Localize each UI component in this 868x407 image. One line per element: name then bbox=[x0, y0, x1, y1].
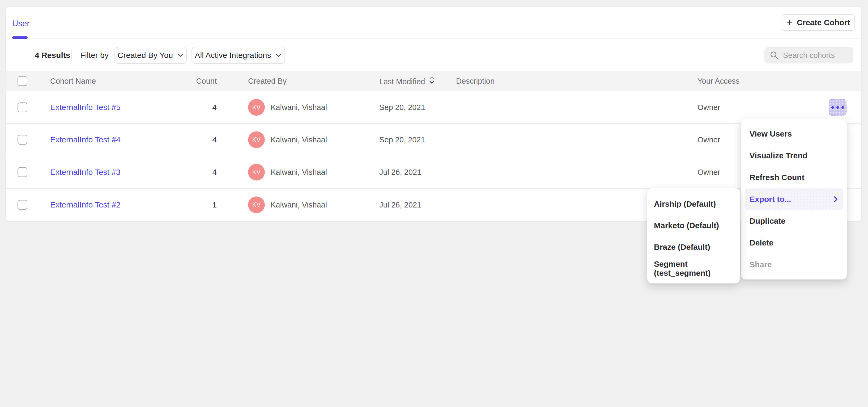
cohort-count: 4 bbox=[179, 103, 217, 112]
submenu-item-braze[interactable]: Braze (Default) bbox=[647, 236, 740, 258]
menu-item-visualize-trend[interactable]: Visualize Trend bbox=[741, 145, 847, 166]
last-modified-date: Sep 20, 2021 bbox=[379, 135, 425, 144]
menu-item-delete[interactable]: Delete bbox=[741, 232, 847, 254]
created-by-name: Kalwani, Vishaal bbox=[271, 168, 327, 177]
cohort-count: 1 bbox=[179, 200, 217, 209]
created-by-filter-value: Created By You bbox=[118, 51, 173, 60]
cohort-name-link[interactable]: ExternalInfo Test #5 bbox=[50, 103, 121, 112]
submenu-item-segment[interactable]: Segment (test_segment) bbox=[647, 258, 740, 279]
create-cohort-button[interactable]: + Create Cohort bbox=[782, 14, 855, 31]
export-submenu: Airship (Default) Marketo (Default) Braz… bbox=[647, 188, 740, 283]
row-checkbox[interactable] bbox=[18, 167, 27, 177]
row-actions-menu: View Users Visualize Trend Refresh Count… bbox=[741, 119, 847, 280]
menu-item-refresh-count[interactable]: Refresh Count bbox=[741, 166, 847, 188]
chevron-down-icon bbox=[178, 53, 184, 57]
cohort-name-link[interactable]: ExternalInfo Test #4 bbox=[50, 135, 121, 144]
access-value: Owner bbox=[698, 103, 720, 112]
filter-toolbar: 4 Results Filter by Created By You All A… bbox=[6, 39, 861, 71]
column-header-created-by[interactable]: Created By bbox=[248, 76, 287, 85]
access-value: Owner bbox=[698, 135, 720, 144]
cohort-name-link[interactable]: ExternalInfo Test #3 bbox=[50, 168, 121, 177]
column-header-count[interactable]: Count bbox=[179, 76, 217, 85]
row-checkbox[interactable] bbox=[18, 135, 27, 145]
table-row[interactable]: ExternalInfo Test #5 4 KV Kalwani, Visha… bbox=[6, 91, 861, 124]
table-row[interactable]: ExternalInfo Test #4 4 KV Kalwani, Visha… bbox=[6, 124, 861, 156]
menu-item-view-users[interactable]: View Users bbox=[741, 123, 847, 145]
search-cohorts-input[interactable]: Search cohorts bbox=[765, 47, 854, 63]
column-header-last-modified[interactable]: Last Modified bbox=[379, 75, 435, 86]
submenu-item-airship[interactable]: Airship (Default) bbox=[647, 193, 740, 215]
created-by-name: Kalwani, Vishaal bbox=[271, 200, 327, 209]
avatar: KV bbox=[248, 131, 265, 148]
chevron-right-icon bbox=[833, 196, 838, 203]
created-by-name: Kalwani, Vishaal bbox=[271, 135, 327, 144]
created-by-name: Kalwani, Vishaal bbox=[271, 103, 327, 112]
cohort-count: 4 bbox=[179, 135, 217, 144]
column-header-description[interactable]: Description bbox=[456, 76, 495, 85]
last-modified-date: Jul 26, 2021 bbox=[379, 168, 421, 177]
sort-icon[interactable] bbox=[429, 75, 435, 86]
chevron-down-icon bbox=[276, 53, 282, 57]
menu-item-duplicate[interactable]: Duplicate bbox=[741, 210, 847, 232]
select-all-checkbox[interactable] bbox=[18, 76, 27, 86]
tab-user[interactable]: User bbox=[12, 19, 29, 28]
column-header-cohort-name[interactable]: Cohort Name bbox=[50, 76, 96, 85]
last-modified-date: Sep 20, 2021 bbox=[379, 103, 425, 112]
table-header: Cohort Name Count Created By Last Modifi… bbox=[6, 71, 861, 91]
cohort-name-link[interactable]: ExternalInfo Test #2 bbox=[50, 200, 121, 209]
cohorts-page: { "tabs": { "user": "User" }, "create_bu… bbox=[0, 0, 868, 407]
export-to-label: Export to... bbox=[749, 195, 791, 204]
avatar: KV bbox=[248, 164, 265, 181]
toolbar-divider bbox=[71, 50, 72, 61]
avatar: KV bbox=[248, 196, 265, 213]
avatar: KV bbox=[248, 99, 265, 116]
menu-item-export-to[interactable]: Export to... bbox=[745, 188, 843, 210]
search-placeholder: Search cohorts bbox=[783, 51, 835, 60]
submenu-item-marketo[interactable]: Marketo (Default) bbox=[647, 215, 740, 236]
column-header-your-access[interactable]: Your Access bbox=[698, 76, 740, 85]
menu-item-share: Share bbox=[741, 254, 847, 276]
create-cohort-label: Create Cohort bbox=[797, 18, 850, 27]
tab-active-underline bbox=[12, 36, 28, 39]
cohort-count: 4 bbox=[179, 168, 217, 177]
plus-icon: + bbox=[787, 17, 793, 27]
row-checkbox[interactable] bbox=[18, 200, 27, 210]
integrations-filter-dropdown[interactable]: All Active Integrations bbox=[191, 47, 285, 64]
table-row[interactable]: ExternalInfo Test #3 4 KV Kalwani, Visha… bbox=[6, 156, 861, 189]
results-count: 4 Results bbox=[35, 51, 70, 60]
search-icon bbox=[770, 51, 779, 60]
integrations-filter-value: All Active Integrations bbox=[195, 51, 271, 60]
filter-by-label: Filter by bbox=[80, 51, 108, 60]
created-by-filter-dropdown[interactable]: Created By You bbox=[115, 47, 187, 64]
row-checkbox[interactable] bbox=[18, 102, 27, 113]
last-modified-date: Jul 26, 2021 bbox=[379, 200, 421, 209]
access-value: Owner bbox=[698, 168, 720, 177]
row-actions-button[interactable] bbox=[829, 99, 846, 116]
tab-bar: User + Create Cohort bbox=[6, 7, 861, 39]
